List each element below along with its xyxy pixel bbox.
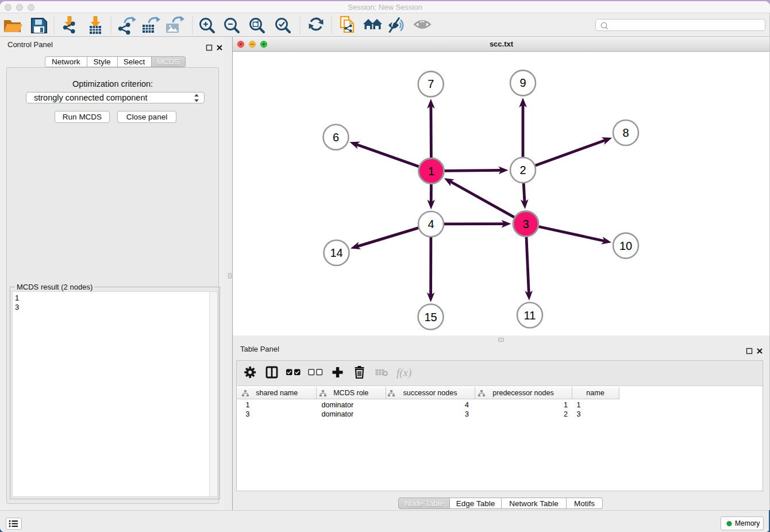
svg-text:4: 4: [428, 218, 434, 230]
svg-text:f(x): f(x): [396, 367, 411, 379]
svg-text:9: 9: [519, 76, 526, 89]
svg-text:8: 8: [622, 126, 629, 139]
svg-text:15: 15: [424, 311, 437, 323]
svg-text:6: 6: [333, 131, 339, 144]
svg-text:1: 1: [428, 165, 434, 178]
svg-text:7: 7: [428, 78, 434, 90]
svg-text:11: 11: [524, 309, 536, 322]
svg-text:2: 2: [519, 164, 526, 176]
svg-text:10: 10: [619, 240, 632, 252]
svg-text:3: 3: [522, 218, 529, 230]
svg-text:14: 14: [330, 246, 342, 259]
